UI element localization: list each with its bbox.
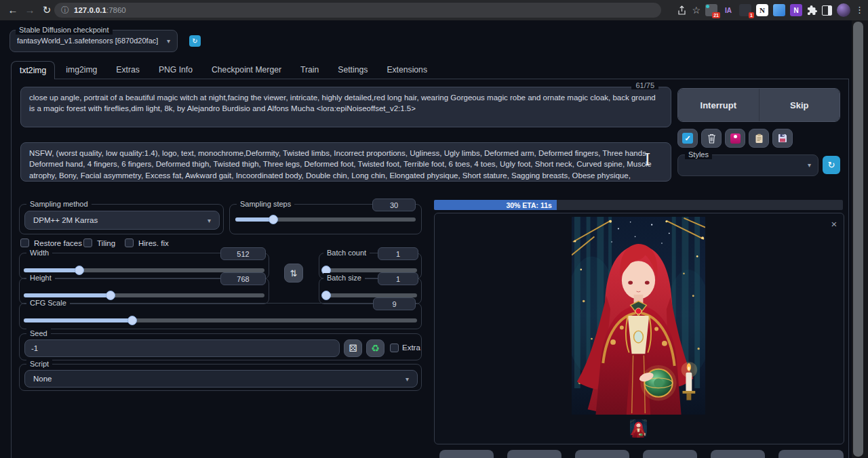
swap-dimensions-button[interactable]: ⇅ — [284, 264, 303, 283]
close-icon[interactable]: × — [829, 219, 840, 230]
checkpoint-refresh-button[interactable]: ↻ — [189, 35, 201, 47]
extensions-puzzle-icon[interactable] — [807, 5, 817, 16]
send-to-extras-button[interactable] — [711, 450, 765, 458]
skip-button[interactable]: Skip — [759, 89, 840, 121]
script-block: Script None ▾ — [19, 364, 422, 391]
extra-seed-checkbox[interactable] — [390, 344, 399, 352]
script-value: None — [33, 375, 52, 383]
batch-count-input[interactable] — [378, 247, 418, 260]
tab-settings[interactable]: Settings — [330, 61, 376, 79]
extension-badge: 21 — [712, 12, 720, 18]
save-button[interactable] — [439, 450, 494, 458]
batch-size-input[interactable] — [378, 272, 418, 285]
extension-ia-icon[interactable]: IA — [722, 4, 734, 16]
tab-png-info[interactable]: PNG Info — [151, 61, 201, 79]
extension-mail-icon[interactable]: 1 — [739, 4, 751, 16]
onenote-icon[interactable]: N — [790, 4, 802, 16]
random-seed-button[interactable]: ⚄ — [344, 339, 362, 357]
back-icon[interactable]: ← — [5, 0, 20, 20]
hires-fix-option[interactable]: Hires. fix — [125, 238, 169, 247]
scrollbar-thumb[interactable] — [853, 22, 863, 457]
site-info-icon[interactable]: ⓘ — [61, 5, 69, 16]
address-bar[interactable]: ⓘ 127.0.0.1 :7860 — [54, 3, 661, 18]
refresh-icon: ↻ — [828, 160, 835, 170]
forward-icon[interactable]: → — [22, 0, 37, 20]
dice-icon: ⚄ — [349, 343, 357, 354]
floppy-disk-icon — [778, 133, 787, 143]
notion-icon[interactable]: N — [756, 4, 768, 16]
cfg-scale-input[interactable] — [373, 297, 416, 310]
card-icon — [730, 133, 741, 144]
height-slider[interactable] — [24, 293, 264, 297]
cfg-scale-slider[interactable] — [24, 318, 417, 322]
tiling-option[interactable]: Tiling — [83, 238, 115, 247]
bookmark-star-icon[interactable]: ☆ — [692, 5, 701, 16]
height-input[interactable] — [220, 272, 266, 285]
tiling-label: Tiling — [97, 239, 115, 247]
clipboard-icon — [755, 133, 764, 144]
sampling-method-dropdown[interactable]: DPM++ 2M Karras ▾ — [24, 211, 220, 230]
generated-image[interactable] — [572, 217, 705, 415]
tiling-checkbox[interactable] — [83, 238, 92, 247]
save-zip-button[interactable] — [507, 450, 561, 458]
sampling-steps-input[interactable] — [372, 199, 416, 211]
gallery-thumbnail[interactable] — [630, 419, 647, 438]
sampling-steps-slider[interactable] — [235, 217, 416, 222]
side-panel-icon[interactable] — [822, 5, 832, 16]
send-to-img2img-button[interactable] — [575, 450, 629, 458]
hires-fix-checkbox[interactable] — [125, 238, 134, 247]
styles-refresh-button[interactable]: ↻ — [823, 156, 840, 174]
extra-networks-button[interactable] — [725, 129, 745, 148]
checkpoint-dropdown[interactable]: Stable Diffusion checkpoint fantasyWorld… — [9, 30, 178, 52]
restore-faces-checkbox[interactable] — [20, 238, 29, 247]
chevron-down-icon: ▾ — [208, 217, 211, 224]
apply-style-button[interactable] — [749, 129, 769, 148]
negative-prompt-input[interactable]: NSFW, (worst quality, low quality:1.4), … — [21, 143, 671, 181]
sampling-method-value: DPM++ 2M Karras — [33, 216, 98, 224]
extension-badge: 1 — [749, 12, 754, 18]
tab-train[interactable]: Train — [292, 61, 327, 79]
tab-extensions[interactable]: Extensions — [378, 61, 435, 79]
extension-photos-icon[interactable] — [773, 4, 785, 16]
cfg-scale-label: CFG Scale — [26, 298, 70, 308]
clear-prompt-button[interactable] — [701, 129, 722, 148]
width-input[interactable] — [220, 247, 266, 260]
sampling-steps-block: Sampling steps — [229, 204, 422, 234]
restore-faces-label: Restore faces — [34, 239, 82, 247]
reload-icon[interactable]: ↻ — [39, 0, 54, 20]
tab-txt2img[interactable]: txt2img — [11, 61, 55, 79]
sampling-method-label: Sampling method — [26, 199, 92, 209]
tab-extras[interactable]: Extras — [108, 61, 148, 79]
share-icon[interactable] — [677, 5, 687, 16]
scrollbar-track[interactable] — [852, 20, 868, 458]
progress-bar: 30% ETA: 11s — [434, 200, 843, 210]
url-host: 127.0.0.1 — [74, 6, 106, 14]
batch-count-label: Batch count — [323, 248, 370, 257]
tab-img2img[interactable]: img2img — [58, 61, 105, 79]
batch-size-label: Batch size — [323, 273, 365, 283]
prompt-input[interactable]: close up angle, portrait of a beautiful … — [21, 87, 671, 127]
text-cursor-icon: I — [644, 150, 650, 169]
width-label: Width — [26, 248, 52, 257]
extension-pinned-icon[interactable]: 21 — [705, 4, 717, 16]
swap-icon: ⇅ — [290, 268, 298, 278]
open-folder-button[interactable] — [778, 450, 844, 458]
restore-faces-option[interactable]: Restore faces — [20, 238, 82, 247]
save-style-button[interactable] — [772, 129, 793, 148]
token-counter: 61/75 — [631, 81, 658, 89]
styles-dropdown[interactable]: Styles ▾ — [677, 154, 818, 176]
height-label: Height — [26, 273, 55, 283]
url-port: :7860 — [106, 6, 126, 14]
browser-menu-icon[interactable]: ⋮ — [855, 0, 864, 20]
paste-params-button[interactable]: ✓ — [677, 129, 698, 148]
send-to-inpaint-button[interactable] — [643, 450, 697, 458]
script-dropdown[interactable]: None ▾ — [24, 370, 418, 388]
browser-toolbar: ← → ↻ ⓘ 127.0.0.1 :7860 ☆ 21 IA 1 N N ⋮ — [0, 0, 868, 20]
styles-label: Styles — [685, 150, 712, 159]
interrupt-button[interactable]: Interrupt — [678, 89, 759, 121]
tab-checkpoint-merger[interactable]: Checkpoint Merger — [203, 61, 290, 79]
reuse-seed-button[interactable]: ♻ — [366, 339, 384, 357]
profile-avatar[interactable] — [837, 3, 850, 17]
seed-input[interactable] — [24, 339, 340, 357]
cfg-scale-block: CFG Scale — [19, 303, 422, 329]
